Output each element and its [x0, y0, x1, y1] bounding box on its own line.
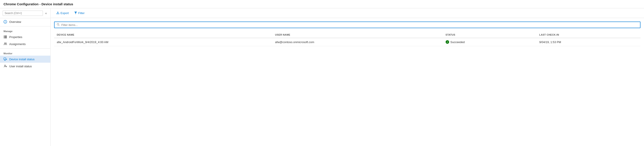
sidebar-search-container: « — [0, 8, 50, 18]
sidebar-item-label: Overview — [9, 20, 21, 24]
device-table: DEVICE NAME USER NAME STATUS LAST CHECK-… — [54, 32, 640, 46]
collapse-button[interactable]: « — [44, 11, 48, 16]
cell-device-name: afw_AndroidForWork_9/4/2019_4:00 AM — [54, 38, 272, 46]
status-text: Succeeded — [450, 40, 465, 44]
filter-search-icon — [57, 23, 60, 26]
svg-rect-5 — [4, 36, 7, 36]
svg-rect-3 — [4, 37, 4, 38]
filter-input[interactable] — [61, 23, 638, 26]
user-install-status-icon — [4, 64, 7, 68]
sidebar-item-label: User install status — [9, 65, 32, 68]
cell-user-name: afw@contoso.onmicrosoft.com — [272, 38, 443, 46]
svg-text:i: i — [5, 21, 6, 23]
table-header-row: DEVICE NAME USER NAME STATUS LAST CHECK-… — [54, 32, 640, 38]
assignments-icon — [4, 42, 7, 46]
svg-rect-7 — [4, 38, 7, 38]
properties-icon — [4, 35, 7, 39]
filter-label: Filter — [78, 12, 85, 15]
cell-status: Succeeded — [443, 38, 537, 46]
sidebar-item-assignments[interactable]: Assignments — [0, 40, 50, 48]
sidebar-section-monitor: Monitor — [0, 50, 50, 56]
info-icon: i — [4, 20, 7, 24]
table-row: afw_AndroidForWork_9/4/2019_4:00 AMafw@c… — [54, 38, 640, 46]
cell-last-checkin: 9/04/19, 1:53 PM — [537, 38, 640, 46]
sidebar-item-properties[interactable]: Properties — [0, 34, 50, 40]
filter-button[interactable]: Filter — [72, 10, 87, 16]
svg-point-8 — [4, 43, 6, 44]
svg-point-13 — [57, 24, 59, 25]
svg-point-11 — [4, 65, 6, 66]
toolbar: Export Filter — [50, 8, 644, 18]
device-install-status-icon — [4, 58, 7, 61]
col-user-name: USER NAME — [272, 32, 443, 38]
content-body: DEVICE NAME USER NAME STATUS LAST CHECK-… — [50, 18, 644, 146]
sidebar-divider-manage — [0, 26, 50, 26]
sidebar-section-manage: Manage — [0, 27, 50, 34]
main-content: Export Filter DEVICE NAME U — [50, 8, 644, 146]
col-status: STATUS — [443, 32, 537, 38]
sidebar-item-overview[interactable]: i Overview — [0, 18, 50, 25]
sidebar: « i Overview Manage Properties Assignmen… — [0, 8, 50, 146]
export-button[interactable]: Export — [54, 10, 71, 16]
status-success-icon — [446, 40, 449, 44]
svg-marker-12 — [74, 12, 77, 14]
sidebar-item-label: Device install status — [9, 58, 34, 61]
svg-rect-6 — [4, 37, 7, 38]
col-device-name: DEVICE NAME — [54, 32, 272, 38]
svg-rect-4 — [4, 38, 4, 38]
filter-input-container — [54, 22, 640, 28]
search-input[interactable] — [3, 10, 43, 16]
page-title: Chrome Configuration - Device install st… — [0, 0, 644, 8]
filter-icon — [74, 11, 77, 15]
sidebar-item-device-install-status[interactable]: Device install status — [0, 56, 50, 63]
export-icon — [56, 11, 60, 15]
col-last-checkin: LAST CHECK-IN — [537, 32, 640, 38]
sidebar-item-label: Assignments — [9, 42, 26, 46]
export-label: Export — [60, 12, 69, 15]
sidebar-divider-monitor — [0, 48, 50, 48]
sidebar-item-label: Properties — [9, 36, 22, 39]
svg-line-14 — [59, 25, 60, 26]
svg-point-9 — [6, 43, 6, 44]
sidebar-item-user-install-status[interactable]: User install status — [0, 63, 50, 70]
svg-rect-2 — [4, 36, 4, 36]
svg-rect-10 — [4, 58, 6, 60]
